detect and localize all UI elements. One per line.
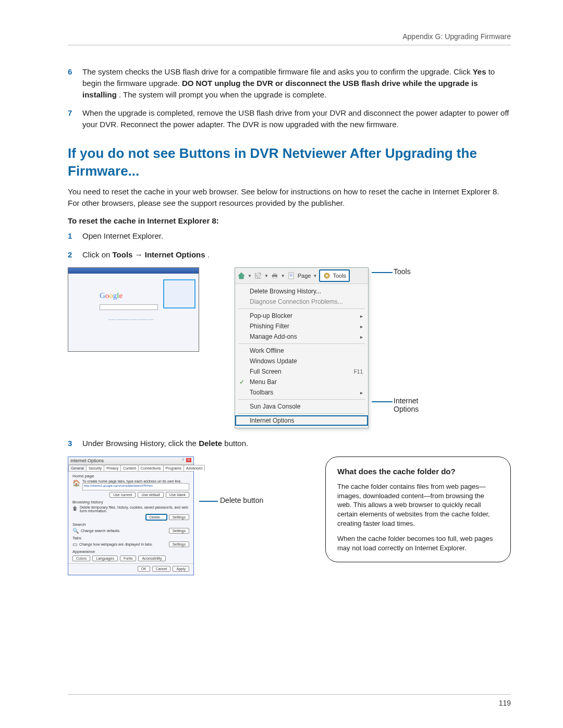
callout-delete-button: Delete button <box>220 496 263 504</box>
bh-settings-button[interactable]: Settings <box>169 514 189 520</box>
menu-full-screen[interactable]: Full ScreenF11 <box>235 366 368 377</box>
tabs-icon: ▭ <box>72 541 77 547</box>
ok-button[interactable]: OK <box>138 566 150 572</box>
tools-menu-figure: ▼ ▼ ▼ Page ▼ <box>235 267 419 428</box>
gear-icon <box>323 272 331 280</box>
info-box-p2: When the cache folder becomes too full, … <box>337 534 499 552</box>
info-box-p1: The cache folder contains files from web… <box>337 482 499 528</box>
step-number: 3 <box>68 438 75 449</box>
menu-popup-blocker[interactable]: Pop-up Blocker▸ <box>235 311 368 321</box>
page-icon <box>287 272 296 280</box>
menu-internet-options[interactable]: Internet Options <box>235 415 368 426</box>
home-icon: 🏠 <box>72 479 80 487</box>
section-label: Home page <box>72 474 189 478</box>
section-label: Search <box>72 522 189 527</box>
info-box-title: What does the cache folder do? <box>337 466 499 477</box>
step-text: Under Browsing History, click the Delete… <box>82 438 511 449</box>
search-text: Change search defaults. <box>81 529 167 533</box>
use-current-button[interactable]: Use current <box>109 492 136 498</box>
languages-button[interactable]: Languages <box>92 556 118 561</box>
submenu-arrow-icon: ▸ <box>360 313 363 319</box>
page-number: 119 <box>499 699 511 707</box>
svg-rect-3 <box>273 273 276 275</box>
step-number: 7 <box>68 107 75 130</box>
bh-text: Delete temporary files, history, cookies… <box>80 505 189 513</box>
tools-button[interactable]: Tools <box>319 269 350 282</box>
tab-connections[interactable]: Connections <box>138 465 164 471</box>
ie-command-bar: ▼ ▼ ▼ Page ▼ <box>235 268 368 284</box>
svg-rect-4 <box>273 277 276 278</box>
colors-button[interactable]: Colors <box>72 556 90 561</box>
tab-privacy[interactable]: Privacy <box>104 465 121 471</box>
search-settings-button[interactable]: Settings <box>169 528 189 534</box>
reset-step-3: 3 Under Browsing History, click the Dele… <box>68 438 511 449</box>
search-section: Search 🔍 Change search defaults. Setting… <box>72 522 189 534</box>
fonts-button[interactable]: Fonts <box>120 556 137 561</box>
use-default-button[interactable]: Use default <box>138 492 163 498</box>
menu-delete-history[interactable]: Delete Browsing History... <box>235 286 368 297</box>
figure-internet-options: Internet Options ? ✕ General Security Pr… <box>68 456 511 575</box>
cancel-button[interactable]: Cancel <box>152 566 171 572</box>
section-label: Browsing history <box>72 500 189 504</box>
menu-menu-bar[interactable]: ✓Menu Bar <box>235 377 368 387</box>
step-number: 1 <box>68 230 75 242</box>
menu-manage-addons[interactable]: Manage Add-ons▸ <box>235 331 368 342</box>
home-url-input[interactable]: http://clients1.google.com/complete/sear… <box>82 483 189 490</box>
reset-heading: To reset the cache in Internet Explorer … <box>68 216 511 225</box>
menu-work-offline[interactable]: Work Offline <box>235 346 368 356</box>
tab-content[interactable]: Content <box>120 465 139 471</box>
search-box <box>100 304 158 310</box>
callout-internet-options: Internet Options <box>394 397 419 413</box>
use-blank-button[interactable]: Use blank <box>166 492 189 498</box>
accessibility-button[interactable]: Accessibility <box>138 556 165 561</box>
dialog-title: Internet Options <box>70 458 104 463</box>
window-titlebar <box>68 268 199 274</box>
shortcut-label: F11 <box>354 369 363 375</box>
menu-separator <box>238 343 365 344</box>
dropdown-caret-icon: ▼ <box>248 274 252 278</box>
figure-ie-tools: Google ──── ─────── ──── ───── ─── ▼ ▼ <box>68 267 511 428</box>
menu-diagnose[interactable]: Diagnose Connection Problems... <box>235 297 368 307</box>
apply-button[interactable]: Apply <box>173 566 189 572</box>
dropdown-caret-icon: ▼ <box>264 274 268 278</box>
menu-sun-java-console[interactable]: Sun Java Console <box>235 401 368 412</box>
home-page-section: Home page 🏠 To create home page tabs, ty… <box>72 474 189 498</box>
tab-security[interactable]: Security <box>86 465 104 471</box>
tab-advanced[interactable]: Advanced <box>183 465 205 471</box>
window-controls: ? ✕ <box>180 458 191 463</box>
tools-menu-items: Delete Browsing History... Diagnose Conn… <box>235 284 368 428</box>
menu-windows-update[interactable]: Windows Update <box>235 356 368 366</box>
tab-programs[interactable]: Programs <box>163 465 184 471</box>
dropdown-caret-icon: ▼ <box>281 274 285 278</box>
section-label: Appearance <box>72 549 189 554</box>
page-label: Page <box>298 273 311 279</box>
step-text: Click on Tools → Internet Options . <box>82 249 511 261</box>
print-icon <box>271 272 279 280</box>
menu-phishing-filter[interactable]: Phishing Filter▸ <box>235 321 368 331</box>
appearance-section: Appearance Colors Languages Fonts Access… <box>72 549 189 561</box>
delete-button[interactable]: Delete... <box>146 514 167 520</box>
tabs-settings-button[interactable]: Settings <box>169 541 189 547</box>
section-intro: You need to reset the cache in your web … <box>68 186 511 209</box>
menu-separator <box>238 399 365 400</box>
step-text: When the upgrade is completed, remove th… <box>82 107 511 130</box>
svg-point-10 <box>326 275 328 277</box>
reset-step-1: 1 Open Internet Explorer. <box>68 230 511 242</box>
step-text: The system checks the USB flash drive fo… <box>82 66 511 100</box>
submenu-arrow-icon: ▸ <box>360 390 363 396</box>
feed-icon <box>254 272 262 280</box>
page-footer: 119 <box>68 694 511 707</box>
check-icon: ✓ <box>239 378 244 386</box>
section-label: Tabs <box>72 536 189 540</box>
dropdown-caret-icon: ▼ <box>313 274 317 278</box>
step-6: 6 The system checks the USB flash drive … <box>68 66 511 100</box>
step-text: Open Internet Explorer. <box>82 230 511 242</box>
svg-rect-5 <box>289 273 293 279</box>
menu-toolbars[interactable]: Toolbars▸ <box>235 387 368 398</box>
menu-separator <box>238 413 365 414</box>
dialog-tabs: General Security Privacy Content Connect… <box>68 465 193 472</box>
tab-general[interactable]: General <box>68 465 87 471</box>
tools-dropdown: ▼ ▼ ▼ Page ▼ <box>235 267 369 428</box>
google-logo: Google <box>100 291 123 300</box>
step-number: 2 <box>68 249 75 261</box>
